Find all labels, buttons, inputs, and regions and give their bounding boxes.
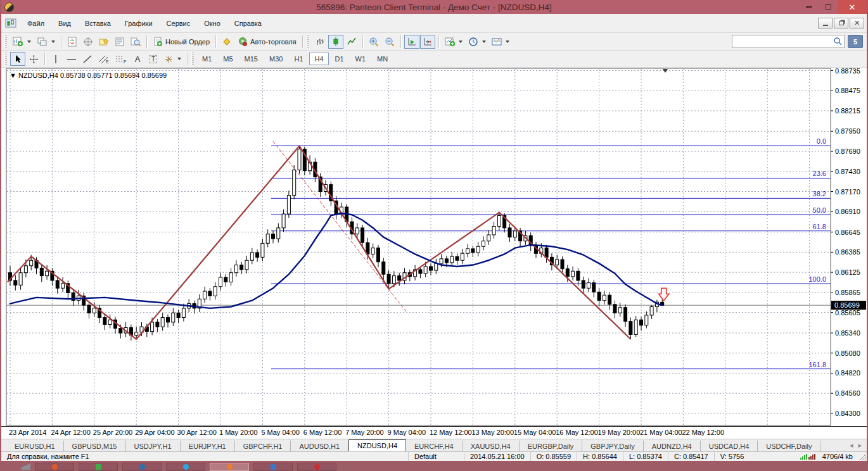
strategy-tester-button[interactable]	[128, 35, 143, 49]
zoom-out-button[interactable]	[382, 35, 397, 49]
chart-close-button[interactable]: ✕	[850, 18, 864, 28]
svg-text:0.88215: 0.88215	[835, 107, 860, 115]
timeframe-d1-button[interactable]: D1	[330, 53, 349, 65]
window-title: 565896: Panteon Client Terminal - Демо С…	[1, 3, 867, 12]
bar-chart-button[interactable]	[312, 35, 328, 49]
window-maximize-button[interactable]	[819, 0, 838, 14]
chart-tab-eurchf-h4[interactable]: EURCHF,H4	[406, 441, 463, 451]
menu-item-вид[interactable]: Вид	[51, 17, 78, 30]
chart-tab-eurjpy-h1[interactable]: EURJPY,H1	[181, 441, 235, 451]
metaeditor-button[interactable]	[219, 35, 234, 49]
window-minimize-button[interactable]	[800, 0, 819, 14]
crosshair-icon	[29, 54, 39, 64]
time-axis[interactable]: 23 Apr 201424 Apr 12:0025 Apr 20:0029 Ap…	[1, 426, 867, 439]
line-chart-button[interactable]	[344, 35, 359, 49]
chart-tab-audusd-h1[interactable]: AUDUSD,H1	[291, 441, 348, 451]
toolbar-grip[interactable]	[307, 35, 309, 48]
toolbar-grip[interactable]	[191, 53, 194, 65]
market-watch-button[interactable]	[65, 35, 80, 49]
templates-dropdown[interactable]	[489, 35, 512, 49]
menu-item-графики[interactable]: Графики	[118, 17, 160, 30]
timeframe-h1-button[interactable]: H1	[289, 53, 308, 65]
time-axis-label: 7 May 20:00	[345, 429, 384, 436]
auto-scroll-button[interactable]	[404, 35, 419, 49]
task-app-7-taskbar-button[interactable]	[297, 463, 336, 471]
trendline-button[interactable]	[80, 52, 95, 66]
timeframe-h4-button[interactable]: H4	[309, 53, 328, 65]
autotrade-button[interactable]: Авто-торговля	[235, 35, 299, 49]
timeframe-m30-button[interactable]: M30	[264, 53, 288, 65]
status-profile[interactable]: Default	[408, 452, 464, 461]
menu-item-сервис[interactable]: Сервис	[160, 17, 198, 30]
chart-tab-eurusd-h1[interactable]: EURUSD,H1	[6, 441, 64, 451]
notifications-badge[interactable]: 5	[848, 35, 863, 48]
chart-tab-xauusd-h4[interactable]: XAUUSD,H4	[463, 441, 520, 451]
window-close-button[interactable]: ✕	[838, 0, 867, 14]
zoom-in-button[interactable]	[366, 35, 381, 49]
chart-tab-nzdusd-h4[interactable]: NZDUSD,H4	[348, 439, 406, 451]
fibonacci-button[interactable]: F	[113, 52, 129, 66]
data-window-button[interactable]	[80, 35, 96, 49]
chart-tab-usdchf-daily[interactable]: USDCHF,Daily	[758, 441, 820, 451]
chart-minimize-button[interactable]	[818, 18, 833, 28]
tab-scroll-right-button[interactable]: ▸	[858, 441, 862, 449]
chart-tab-usdcad-h4[interactable]: USDCAD,H4	[701, 441, 758, 451]
toolbar-separator	[187, 53, 188, 65]
chart-tab-gbpchf-h1[interactable]: GBPCHF,H1	[235, 441, 291, 451]
horizontal-line-button[interactable]	[64, 52, 79, 66]
start-button[interactable]	[22, 463, 30, 470]
chart-tab-gbpjpy-daily[interactable]: GBPJPY,Daily	[582, 441, 644, 451]
task-app-6-taskbar-button[interactable]	[253, 463, 293, 471]
new-order-icon	[153, 37, 163, 47]
search-icon[interactable]	[833, 37, 843, 46]
price-chart[interactable]: 0.887350.884750.882150.879500.876900.874…	[1, 68, 867, 426]
svg-text:100.0: 100.0	[808, 275, 826, 283]
search-input[interactable]	[732, 35, 845, 48]
task-app-3-taskbar-button[interactable]	[122, 463, 162, 471]
restore-icon	[839, 21, 844, 25]
menu-item-вставка[interactable]: Вставка	[78, 17, 118, 30]
navigator-button[interactable]	[96, 35, 112, 49]
profiles-button[interactable]	[34, 35, 58, 49]
indicators-dropdown[interactable]	[442, 35, 465, 49]
chart-tab-usdjpy-h1[interactable]: USDJPY,H1	[126, 441, 181, 451]
text-label-button[interactable]: T	[146, 52, 161, 66]
cursor-button[interactable]	[10, 52, 25, 66]
timeframe-m15-button[interactable]: M15	[239, 53, 263, 65]
timeframe-w1-button[interactable]: W1	[350, 53, 371, 65]
crosshair-button[interactable]	[26, 52, 41, 66]
svg-text:F: F	[124, 60, 126, 64]
chevron-down-icon	[27, 41, 31, 43]
menu-item-окно[interactable]: Окно	[197, 17, 227, 30]
timeframe-m1-button[interactable]: M1	[197, 53, 217, 65]
toolbar-grip[interactable]	[4, 53, 7, 65]
chart-shift-button[interactable]	[420, 35, 435, 49]
task-app-5-taskbar-button[interactable]	[210, 463, 249, 471]
toolbar-grip[interactable]	[4, 35, 7, 48]
chart-tab-gbpusd-m15[interactable]: GBPUSD,M15	[64, 441, 126, 451]
time-axis-label: 6 May 12:00	[303, 429, 342, 436]
menu-item-файл[interactable]: Файл	[20, 17, 51, 30]
chart-restore-button[interactable]	[834, 18, 848, 28]
resize-grip[interactable]	[858, 453, 867, 461]
task-app-1-taskbar-button[interactable]	[35, 463, 74, 471]
tab-scroll-left-button[interactable]: ◂	[850, 441, 853, 449]
terminal-button[interactable]	[112, 35, 127, 49]
vertical-line-button[interactable]	[48, 52, 63, 66]
task-app-4-taskbar-button[interactable]	[166, 463, 205, 471]
menu-item-справка[interactable]: Справка	[227, 17, 269, 30]
periods-dropdown[interactable]	[466, 35, 488, 49]
new-order-button[interactable]: Новый Ордер	[150, 35, 212, 49]
equidistant-channel-button[interactable]: E	[96, 52, 112, 66]
text-button[interactable]: A	[130, 52, 145, 66]
arrows-dropdown[interactable]	[162, 52, 184, 66]
maximize-icon	[826, 4, 831, 9]
new-chart-button[interactable]	[10, 35, 34, 49]
task-app-2-taskbar-button[interactable]	[79, 463, 118, 471]
timeframe-m5-button[interactable]: M5	[218, 53, 238, 65]
candlestick-chart-button[interactable]	[328, 35, 343, 49]
chart-tab-audnzd-h4[interactable]: AUDNZD,H4	[644, 441, 701, 451]
chart-tab-eurgbp-daily[interactable]: EURGBP,Daily	[520, 441, 583, 451]
timeframe-mn-button[interactable]: MN	[372, 53, 393, 65]
time-axis-label: 29 Apr 04:00	[135, 429, 174, 436]
